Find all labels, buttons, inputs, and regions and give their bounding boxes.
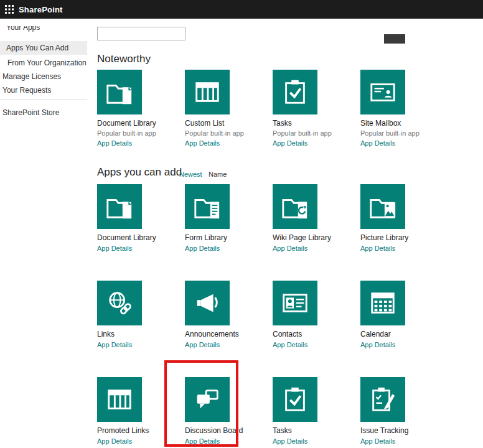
find-app-search-input[interactable] [97,27,185,40]
sidebar-item-manage-licenses[interactable]: Manage Licenses [0,70,87,83]
app-subtitle: Popular built-in app [273,129,355,137]
waffle-grid-icon [5,5,14,14]
app-name: Promoted Links [97,426,179,435]
sidebar-item-label: SharePoint Store [2,108,59,117]
site-mailbox-icon [360,70,405,114]
app-details-link[interactable]: App Details [360,341,395,348]
app-name: Site Mailbox [360,119,443,128]
app-tile-document-library[interactable]: Document Library App Details [97,184,179,253]
discussion-board-icon [185,377,230,422]
suite-bar: SharePoint [0,0,483,19]
promoted-links-icon [97,377,142,422]
app-name: Custom List [185,119,267,128]
app-tile-document-library[interactable]: Document Library Popular built-in app Ap… [97,70,179,148]
app-name: Calendar [360,330,443,338]
left-nav: Your Apps Apps You Can Add From Your Org… [0,19,92,448]
app-details-link[interactable]: App Details [185,245,220,252]
app-details-link[interactable]: App Details [273,245,307,252]
cropped-ui-fragment [384,34,405,44]
sidebar-item-label: Apps You Can Add [6,44,68,52]
app-tile-discussion-board[interactable]: Discussion Board App Details [185,377,267,446]
app-subtitle: Popular built-in app [185,129,267,137]
app-name: Contacts [273,330,355,338]
calendar-icon [360,281,405,325]
wiki-page-library-icon [273,184,317,229]
noteworthy-heading: Noteworthy [97,53,151,65]
app-tile-site-mailbox[interactable]: Site Mailbox Popular built-in app App De… [360,70,443,148]
document-library-icon [97,70,142,114]
app-details-link[interactable]: App Details [273,341,307,348]
app-tile-custom-list[interactable]: Custom List Popular built-in app App Det… [185,70,267,148]
sidebar-item-apps-you-can-add[interactable]: Apps You Can Add [0,41,87,55]
tasks-icon [273,377,317,422]
app-details-link[interactable]: App Details [273,139,307,147]
app-name: Form Library [185,233,267,242]
app-details-link[interactable]: App Details [185,341,220,348]
sidebar-divider [0,100,87,100]
app-name: Issue Tracking [360,426,443,435]
app-name: Document Library [97,233,179,242]
app-tile-links[interactable]: Links App Details [97,281,179,350]
app-tile-form-library[interactable]: Form Library App Details [185,184,267,253]
app-tile-tasks[interactable]: Tasks Popular built-in app App Details [273,70,355,148]
sidebar-item-label: Your Apps [0,26,92,32]
app-name: Wiki Page Library [273,233,355,242]
sort-newest-link[interactable]: Newest [179,170,202,178]
app-tile-contacts[interactable]: Contacts App Details [273,281,355,350]
app-name: Picture Library [360,233,443,242]
sidebar-item-label: Manage Licenses [2,72,61,81]
app-details-link[interactable]: App Details [185,139,220,147]
picture-library-icon [360,184,405,229]
suite-bar-title: SharePoint [19,5,63,14]
sidebar-item-your-apps[interactable]: Your Apps [0,26,92,33]
app-details-link[interactable]: App Details [360,245,395,252]
app-name: Discussion Board [185,426,267,435]
sharepoint-add-app-page: SharePoint Your Apps Apps You Can Add Fr… [0,0,483,448]
app-tile-issue-tracking[interactable]: Issue Tracking App Details [360,377,443,446]
issue-tracking-icon [360,377,405,422]
custom-list-icon [185,70,230,114]
sidebar-item-label: Your Requests [2,86,51,95]
sidebar-item-from-your-organization[interactable]: From Your Organization [0,56,87,70]
app-name: Announcements [185,330,267,338]
app-details-link[interactable]: App Details [185,437,220,445]
app-name: Tasks [273,426,355,435]
app-name: Tasks [273,119,355,128]
app-name: Document Library [97,119,179,128]
contacts-icon [273,281,317,325]
app-details-link[interactable]: App Details [97,437,132,445]
app-launcher-icon[interactable] [0,0,19,19]
app-subtitle: Popular built-in app [360,129,443,137]
tasks-icon [273,70,317,114]
app-tile-tasks[interactable]: Tasks App Details [273,377,355,446]
form-library-icon [185,184,230,229]
app-details-link[interactable]: App Details [97,341,132,348]
app-details-link[interactable]: App Details [97,139,132,147]
app-details-link[interactable]: App Details [97,245,132,252]
app-details-link[interactable]: App Details [360,139,395,147]
app-tile-promoted-links[interactable]: Promoted Links App Details [97,377,179,446]
apps-you-can-add-heading: Apps you can add [97,166,182,179]
links-icon [97,281,142,325]
app-tile-wiki-page-library[interactable]: Wiki Page Library App Details [273,184,355,253]
app-details-link[interactable]: App Details [360,437,395,445]
sort-name-link[interactable]: Name [209,170,227,178]
announcements-icon [185,281,230,325]
app-tile-announcements[interactable]: Announcements App Details [185,281,267,350]
app-tile-picture-library[interactable]: Picture Library App Details [360,184,443,253]
sidebar-item-label: From Your Organization [7,58,87,67]
app-subtitle: Popular built-in app [97,129,179,137]
sidebar-item-your-requests[interactable]: Your Requests [0,83,87,97]
document-library-icon [97,184,142,229]
app-name: Links [97,330,179,338]
app-tile-calendar[interactable]: Calendar App Details [360,281,443,350]
app-details-link[interactable]: App Details [273,437,307,445]
sidebar-item-sharepoint-store[interactable]: SharePoint Store [0,106,87,119]
